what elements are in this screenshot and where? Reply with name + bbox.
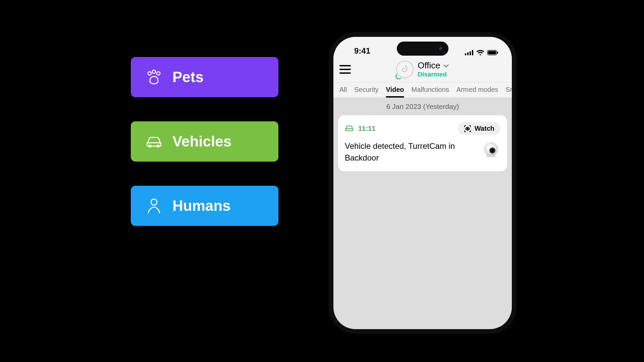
- hub-icon[interactable]: [396, 61, 414, 78]
- svg-rect-7: [465, 53, 466, 55]
- svg-rect-8: [467, 52, 469, 55]
- svg-rect-14: [345, 129, 353, 131]
- watch-label: Watch: [475, 125, 494, 132]
- svg-rect-12: [488, 51, 496, 54]
- tab-malfunctions[interactable]: Malfunctions: [412, 86, 449, 98]
- event-card[interactable]: 11:11 Watch Vehicle detected, Tu: [338, 115, 507, 171]
- phone-frame: 9:41: [329, 32, 517, 334]
- status-time: 9:41: [345, 46, 370, 56]
- tab-all[interactable]: All: [339, 86, 347, 98]
- svg-point-2: [157, 72, 160, 75]
- svg-rect-13: [497, 52, 498, 54]
- chevron-down-icon: [443, 64, 449, 68]
- wifi-icon: [476, 50, 484, 56]
- app-header: Office Disarmed: [333, 58, 512, 82]
- filter-tabs: All Security Video Malfunctions Armed mo…: [333, 82, 512, 98]
- svg-rect-10: [472, 50, 473, 55]
- detection-category-tiles: Pets Vehicles Humans: [131, 57, 278, 226]
- event-description: Vehicle detected, TurretCam in Backdoor: [345, 140, 476, 164]
- date-divider: 6 Jan 2023 (Yesterday): [333, 98, 512, 115]
- svg-point-0: [148, 72, 151, 75]
- paw-icon: [146, 69, 162, 85]
- tab-security[interactable]: Security: [354, 86, 378, 98]
- svg-point-15: [467, 128, 469, 130]
- event-time: 11:11: [358, 125, 375, 132]
- svg-point-18: [491, 149, 494, 152]
- hamburger-menu-icon[interactable]: [339, 65, 351, 74]
- tab-armed-modes[interactable]: Armed modes: [457, 86, 498, 98]
- event-feed: 6 Jan 2023 (Yesterday) 11:11: [333, 98, 512, 171]
- svg-rect-19: [487, 155, 495, 157]
- category-tile-pets[interactable]: Pets: [131, 57, 278, 97]
- person-icon: [146, 197, 162, 214]
- category-label: Vehicles: [172, 133, 231, 150]
- location-selector[interactable]: Office: [418, 60, 449, 71]
- arm-state: Disarmed: [418, 71, 449, 78]
- phone-screen: 9:41: [333, 37, 512, 329]
- sync-spinner-icon: [395, 73, 402, 79]
- watch-button[interactable]: Watch: [458, 122, 500, 135]
- battery-icon: [487, 50, 498, 55]
- dynamic-island: [397, 42, 448, 56]
- car-icon: [146, 133, 162, 150]
- category-label: Pets: [172, 69, 204, 85]
- category-tile-vehicles[interactable]: Vehicles: [131, 121, 278, 162]
- svg-point-6: [151, 199, 157, 205]
- tab-video[interactable]: Video: [386, 86, 404, 98]
- tab-smart[interactable]: Sma: [505, 86, 512, 98]
- svg-rect-9: [470, 51, 471, 55]
- status-icons: [465, 50, 500, 56]
- location-name: Office: [418, 60, 440, 71]
- car-icon: [345, 125, 354, 133]
- svg-point-1: [152, 70, 156, 73]
- camera-thumbnail: [482, 140, 500, 159]
- category-tile-humans[interactable]: Humans: [131, 186, 278, 226]
- watch-icon: [464, 125, 471, 132]
- cellular-icon: [465, 50, 474, 55]
- category-label: Humans: [172, 197, 231, 214]
